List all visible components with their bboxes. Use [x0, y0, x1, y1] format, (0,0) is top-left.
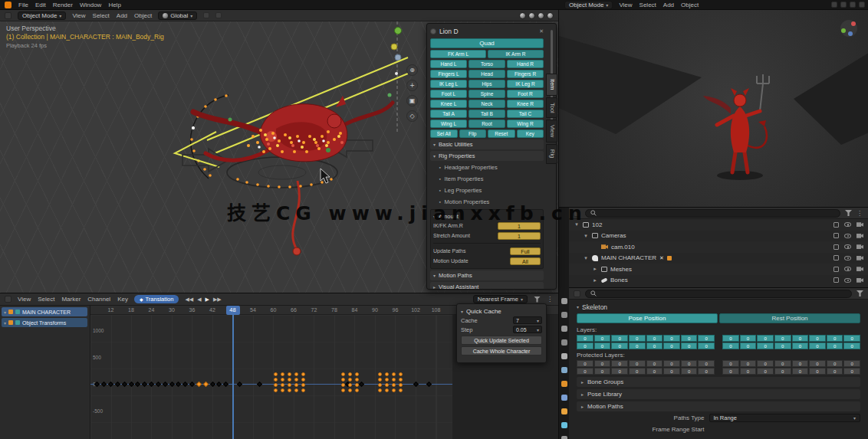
layer-toggle[interactable]: 0	[629, 368, 646, 375]
layer-toggle[interactable]: 0	[698, 360, 715, 367]
snap-mode-select[interactable]: Nearest Frame▾	[473, 295, 528, 303]
rig-button[interactable]: Knee L	[430, 100, 467, 108]
rig-button[interactable]: Fingers L	[430, 70, 467, 78]
prev-frame-button[interactable]: ◀	[197, 296, 201, 303]
layer-toggle[interactable]: 0	[740, 360, 757, 367]
layer-toggle[interactable]: 0	[646, 335, 663, 342]
sidebar-tab-item[interactable]: Item	[546, 74, 557, 96]
gear-icon[interactable]	[430, 28, 436, 34]
outliner-row[interactable]: cam.010	[569, 241, 868, 253]
rig-button[interactable]: Key	[517, 129, 544, 138]
jump-end-button[interactable]: ▶▶	[213, 296, 222, 303]
rig-button[interactable]: Foot R	[507, 90, 544, 98]
menu-help[interactable]: Help	[108, 2, 120, 8]
rest-position-button[interactable]: Rest Position	[719, 313, 860, 323]
channel-row[interactable]: ▾Object Transforms	[2, 318, 87, 327]
layer-toggle[interactable]: 0	[577, 360, 593, 367]
layer-toggle[interactable]: 0	[629, 360, 646, 367]
layer-toggle[interactable]: 0	[757, 335, 774, 342]
rig-section[interactable]: ▾Basic Utilities	[430, 139, 544, 149]
material-shading-icon[interactable]	[538, 12, 544, 19]
outliner-row[interactable]: ▾Cameras	[569, 231, 868, 242]
action-value[interactable]: Full	[510, 247, 541, 255]
layer-toggle[interactable]: 0	[843, 342, 860, 349]
channel-row[interactable]: ▾MAIN CHARACTER	[2, 307, 87, 316]
curve-area[interactable]	[90, 315, 452, 439]
checkbox-toggle[interactable]	[833, 267, 839, 272]
viewport-3d-right[interactable]	[558, 10, 868, 207]
menu-edit[interactable]: Edit	[35, 2, 46, 8]
layer-toggle[interactable]: 0	[722, 360, 739, 367]
layer-toggle[interactable]: 0	[827, 360, 843, 367]
editor-type-icon[interactable]	[5, 12, 12, 19]
shading-option-icon[interactable]	[859, 2, 865, 8]
expand-arrow-icon[interactable]: ▾	[583, 255, 589, 261]
layer-toggle[interactable]: 0	[577, 342, 593, 349]
layer-toggle[interactable]: 0	[681, 342, 698, 349]
viewport-menu-add[interactable]: Add	[117, 12, 127, 19]
wireframe-shading-icon[interactable]	[519, 12, 526, 19]
sidebar-tab-tool[interactable]: Tool	[546, 97, 557, 119]
eye-icon[interactable]	[844, 222, 851, 227]
rig-button[interactable]: Hips	[469, 80, 505, 88]
properties-tab-render[interactable]	[560, 310, 569, 319]
rig-button[interactable]: Knee R	[507, 100, 544, 108]
play-button[interactable]: ▶	[205, 296, 209, 303]
right-menu-view[interactable]: View	[619, 2, 632, 8]
eye-icon[interactable]	[844, 234, 851, 238]
solid-shading-icon[interactable]	[528, 12, 535, 19]
layer-toggle[interactable]: 0	[594, 342, 611, 349]
viewport-menu-object[interactable]: Object	[134, 12, 152, 19]
layer-toggle[interactable]: 0	[827, 335, 843, 342]
layer-toggle[interactable]: 0	[611, 342, 628, 349]
snap-magnet-icon[interactable]	[203, 12, 209, 18]
current-frame-badge[interactable]: 48	[226, 306, 240, 315]
layer-toggle[interactable]: 0	[681, 360, 698, 367]
blender-logo-icon[interactable]	[5, 2, 12, 8]
expand-arrow-icon[interactable]: ▸	[592, 277, 598, 283]
action-value[interactable]: All	[510, 257, 541, 265]
right-menu-add[interactable]: Add	[663, 2, 674, 8]
rig-section[interactable]: •Leg Properties	[430, 185, 544, 195]
checkbox-toggle[interactable]	[833, 255, 839, 260]
playhead-line[interactable]	[232, 306, 234, 439]
layer-toggle[interactable]: 0	[774, 335, 791, 342]
layer-toggle[interactable]: 0	[792, 335, 809, 342]
properties-tab-constraints[interactable]	[560, 434, 569, 439]
rig-button[interactable]: Foot L	[430, 90, 467, 98]
properties-search-input[interactable]	[585, 290, 852, 298]
layer-toggle[interactable]: 0	[843, 368, 860, 375]
layer-toggle[interactable]: 0	[827, 342, 843, 349]
layer-toggle[interactable]: 0	[594, 335, 611, 342]
layer-toggle[interactable]: 0	[629, 335, 646, 342]
rig-button[interactable]: Torso	[469, 60, 505, 68]
layer-toggle[interactable]: 0	[698, 335, 715, 342]
properties-tab-view-layer[interactable]	[560, 338, 569, 347]
zoom-icon[interactable]: ⊕	[406, 64, 418, 76]
timeline-menu-view[interactable]: View	[18, 296, 31, 303]
layer-toggle[interactable]: 0	[594, 360, 611, 367]
layer-toggle[interactable]: 0	[722, 335, 739, 342]
perspective-toggle-icon[interactable]: ◇	[406, 110, 418, 122]
camera-visibility-icon[interactable]	[856, 234, 863, 238]
expand-arrow-icon[interactable]: ▸	[592, 266, 598, 272]
checkbox-toggle[interactable]	[833, 222, 839, 228]
properties-tab-tool[interactable]	[560, 296, 569, 306]
properties-tab-particles[interactable]	[560, 407, 569, 416]
layer-toggle[interactable]: 0	[663, 360, 680, 367]
rig-button[interactable]: Flip	[459, 129, 487, 138]
rig-button[interactable]: Fingers R	[507, 70, 544, 78]
pose-position-button[interactable]: Pose Position	[577, 313, 718, 323]
viewport-menu-select[interactable]: Select	[93, 12, 110, 19]
rig-button[interactable]: FK Arm L	[430, 50, 486, 58]
outliner-row[interactable]: ▸Bones	[569, 275, 868, 287]
layer-toggle[interactable]: 0	[594, 368, 611, 375]
rig-section[interactable]: ▾Rig Properties	[430, 151, 544, 161]
field-value-select[interactable]: 7▾	[513, 316, 542, 324]
layer-toggle[interactable]: 0	[843, 335, 860, 342]
layer-toggle[interactable]: 0	[809, 360, 826, 367]
menu-file[interactable]: File	[18, 2, 28, 8]
rig-button[interactable]: Root	[469, 120, 505, 128]
layer-toggle[interactable]: 0	[827, 368, 843, 375]
sidebar-tab-view[interactable]: View	[546, 120, 557, 143]
